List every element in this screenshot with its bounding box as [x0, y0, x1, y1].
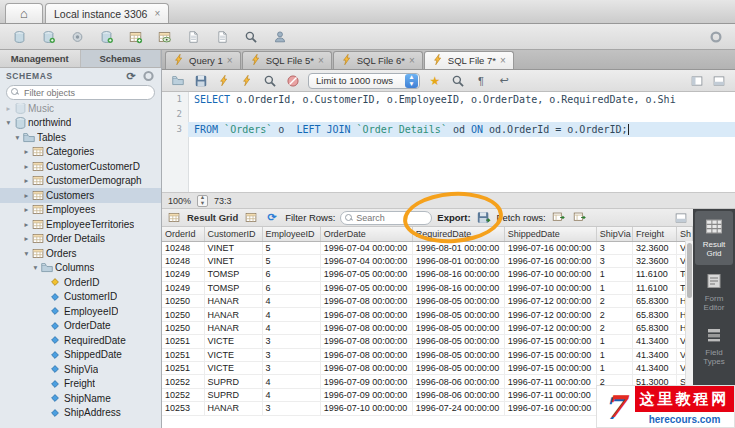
grid-cell[interactable]: 10248 [162, 254, 204, 267]
code-line-3[interactable]: 3FROM `Orders` o LEFT JOIN `Order Detail… [162, 122, 735, 137]
grid-cell[interactable]: 1996-07-08 00:00:00 [320, 308, 412, 321]
grid-cell[interactable]: 3 [262, 362, 320, 375]
tree-item-music[interactable]: ▸Music [0, 103, 161, 116]
grid-cell[interactable]: 1996-07-12 00:00:00 [504, 295, 596, 308]
manage-connections-icon[interactable] [8, 27, 30, 46]
grid-cell[interactable]: 1996-08-06 00:00:00 [412, 375, 504, 388]
new-schema-icon[interactable] [95, 27, 117, 46]
grid-cell[interactable]: HANAR [204, 402, 262, 415]
open-script-icon[interactable] [169, 72, 187, 89]
grid-cell[interactable]: 1996-07-05 00:00:00 [320, 281, 412, 294]
grid-cell[interactable]: TOMSP [204, 281, 262, 294]
expand-icon[interactable]: ▸ [22, 220, 31, 229]
grid-cell[interactable]: 1996-07-11 00:00:00 [504, 388, 596, 401]
grid-cell[interactable]: 4 [262, 308, 320, 321]
column-header-shipvia[interactable]: ShipVia [596, 227, 632, 241]
tree-item-freight[interactable]: Freight [0, 377, 161, 392]
tree-item-categories[interactable]: ▸Categories [0, 145, 161, 160]
tab-sql-file-6[interactable]: SQL File 6*× [333, 51, 423, 69]
grid-cell[interactable]: 1996-07-10 00:00:00 [504, 268, 596, 281]
refresh-grid-icon[interactable]: ⟳ [264, 210, 280, 225]
column-header-orderdate[interactable]: OrderDate [320, 227, 412, 241]
column-header-sh[interactable]: Sh [676, 227, 692, 241]
grid-cell[interactable]: 1996-07-08 00:00:00 [320, 335, 412, 348]
grid-cell[interactable]: 65.8300 [632, 308, 676, 321]
execute-icon[interactable] [215, 72, 233, 89]
grid-cell[interactable]: 1996-08-05 00:00:00 [412, 321, 504, 334]
grid-cell[interactable]: HANAR [204, 295, 262, 308]
tree-item-northwind[interactable]: ▾northwind [0, 116, 161, 131]
preferences-icon[interactable] [705, 27, 727, 46]
new-procedure-icon[interactable] [182, 27, 204, 46]
grid-cell[interactable]: 1996-07-15 00:00:00 [504, 335, 596, 348]
grid-cell[interactable]: 1996-07-08 00:00:00 [320, 295, 412, 308]
grid-cell[interactable]: 1996-08-16 00:00:00 [412, 281, 504, 294]
grid-cell[interactable]: VICTE [204, 335, 262, 348]
grid-cell[interactable]: 10250 [162, 295, 204, 308]
server-status-icon[interactable] [66, 27, 88, 46]
grid-cell[interactable]: 41.3400 [632, 335, 676, 348]
code-line-2[interactable]: 2 [162, 107, 735, 122]
grid-cell[interactable]: 3 [262, 402, 320, 415]
grid-cell[interactable]: 4 [262, 375, 320, 388]
collapse-icon[interactable]: ▾ [4, 118, 13, 127]
tree-item-customercustomerd[interactable]: ▸CustomerCustomerD [0, 159, 161, 174]
export-recordset-button[interactable] [476, 210, 492, 225]
column-header-requireddate[interactable]: RequiredDate [412, 227, 504, 241]
beautify-script-icon[interactable]: ★ [426, 72, 444, 89]
refresh-schemas-icon[interactable]: ⟳ [125, 70, 138, 82]
expand-icon[interactable]: ▸ [22, 162, 31, 171]
grid-cell[interactable]: 4 [262, 295, 320, 308]
grid-cell[interactable]: 5 [262, 254, 320, 267]
grid-cell[interactable]: 10251 [162, 335, 204, 348]
grid-cell[interactable]: 1996-08-01 00:00:00 [412, 241, 504, 254]
filter-objects-input[interactable] [6, 85, 155, 100]
search-table-data-icon[interactable] [240, 27, 262, 46]
table-row[interactable]: 10249TOMSP61996-07-05 00:00:001996-08-16… [162, 281, 693, 294]
grid-cell[interactable]: 32.3600 [632, 241, 676, 254]
grid-cell[interactable]: 1 [596, 362, 632, 375]
tree-item-shipname[interactable]: ShipName [0, 391, 161, 406]
tab-management[interactable]: Management [0, 50, 81, 67]
close-icon[interactable]: × [318, 55, 324, 66]
grid-cell[interactable]: 41.3400 [632, 348, 676, 361]
grid-cell[interactable]: HANAR [204, 321, 262, 334]
grid-cell[interactable]: 10252 [162, 375, 204, 388]
grid-cell[interactable]: 1996-07-16 00:00:00 [504, 254, 596, 267]
grid-cell[interactable]: 1 [596, 348, 632, 361]
grid-cell[interactable]: 10248 [162, 241, 204, 254]
grid-cell[interactable]: 6 [262, 268, 320, 281]
expand-icon[interactable]: ▸ [4, 104, 13, 113]
stop-query-icon[interactable] [284, 72, 302, 89]
zoom-stepper[interactable]: ▲▼ [197, 195, 208, 207]
user-administration-icon[interactable] [269, 27, 291, 46]
grid-cell[interactable]: 10249 [162, 268, 204, 281]
tab-schemas[interactable]: Schemas [81, 50, 162, 67]
fetch-all-icon[interactable] [572, 210, 588, 225]
grid-cell[interactable]: 10251 [162, 362, 204, 375]
grid-cell[interactable]: 1996-07-10 00:00:00 [320, 402, 412, 415]
grid-cell[interactable]: 65.8300 [632, 295, 676, 308]
panel-tab-form-editor[interactable]: Form Editor [693, 265, 735, 319]
table-row[interactable]: 10250HANAR41996-07-08 00:00:001996-08-05… [162, 295, 693, 308]
grid-cell[interactable]: SUPRD [204, 388, 262, 401]
grid-cell[interactable]: 10249 [162, 281, 204, 294]
grid-cell[interactable]: 1996-07-12 00:00:00 [504, 308, 596, 321]
table-row[interactable]: 10251VICTE31996-07-08 00:00:001996-08-05… [162, 335, 693, 348]
grid-cell[interactable]: 1 [596, 335, 632, 348]
column-header-freight[interactable]: Freight [632, 227, 676, 241]
table-row[interactable]: 10250HANAR41996-07-08 00:00:001996-08-05… [162, 308, 693, 321]
grid-cell[interactable]: 1996-08-16 00:00:00 [412, 268, 504, 281]
execute-current-statement-icon[interactable] [238, 72, 256, 89]
tree-item-shipaddress[interactable]: ShipAddress [0, 406, 161, 421]
expand-icon[interactable]: ▸ [22, 234, 31, 243]
tree-item-customerid[interactable]: CustomerID [0, 290, 161, 305]
grid-cell[interactable]: 4 [262, 388, 320, 401]
toggle-panel-icon[interactable] [673, 210, 689, 225]
grid-cell[interactable]: SUPRD [204, 375, 262, 388]
tab-sql-file-7[interactable]: SQL File 7*× [424, 51, 514, 69]
grid-cell[interactable]: VICTE [204, 348, 262, 361]
tree-item-orderid[interactable]: OrderID [0, 275, 161, 290]
grid-cell[interactable]: 2 [596, 321, 632, 334]
grid-cell[interactable]: 1996-08-05 00:00:00 [412, 335, 504, 348]
